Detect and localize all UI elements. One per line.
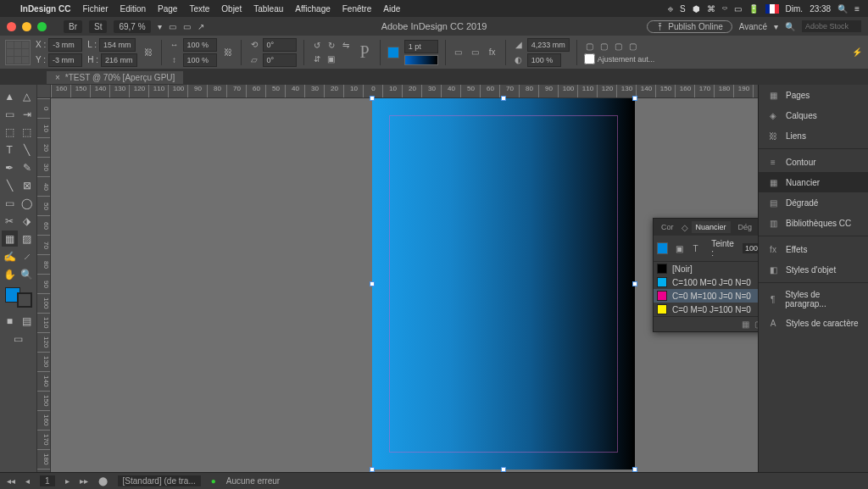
- battery-icon[interactable]: 🔋: [748, 4, 759, 14]
- ruler-horizontal[interactable]: 1601501401301201101009080706050403020100…: [51, 85, 758, 98]
- panel-calques[interactable]: ◈Calques: [759, 105, 868, 125]
- panel-degrade[interactable]: ▤Dégradé: [759, 192, 868, 213]
- panel-styles-para[interactable]: ¶Styles de paragrap...: [759, 286, 868, 313]
- apply-gradient[interactable]: ▤: [19, 313, 36, 329]
- flag-fr-icon[interactable]: [765, 4, 779, 14]
- paragraph-icon[interactable]: P: [357, 42, 373, 62]
- close-tab-icon[interactable]: ×: [55, 73, 60, 82]
- publish-online-button[interactable]: ⭱ Publish Online: [647, 20, 732, 33]
- bridge-button[interactable]: Br: [64, 20, 82, 33]
- menu-tableau[interactable]: Tableau: [253, 4, 283, 14]
- page-nav-next[interactable]: ▸▸: [80, 476, 88, 486]
- minimize-window[interactable]: [22, 22, 31, 31]
- swatch-type-icon[interactable]: ▣: [673, 242, 684, 254]
- screen-mode[interactable]: ▭: [2, 331, 35, 347]
- page-tool[interactable]: ▭: [2, 106, 18, 122]
- corner-radius-field[interactable]: 4,233 mm: [527, 38, 570, 52]
- menu-edition[interactable]: Edition: [120, 4, 146, 14]
- fill-stroke-tool[interactable]: [5, 287, 32, 308]
- stock-button[interactable]: St: [89, 20, 107, 33]
- reference-point-grid[interactable]: [5, 40, 31, 65]
- y-field[interactable]: -3 mm: [48, 53, 82, 67]
- panel-pages[interactable]: ▦Pages: [759, 85, 868, 105]
- fx-icon[interactable]: fx: [487, 47, 498, 58]
- ruler-origin[interactable]: [37, 85, 51, 98]
- page-nav-prev-one[interactable]: ◂: [25, 476, 30, 486]
- shear-field[interactable]: 0°: [263, 53, 297, 67]
- frame-icon[interactable]: ▭: [453, 47, 465, 58]
- page-nav-prev[interactable]: ◂◂: [7, 476, 15, 486]
- gradient-feather-tool[interactable]: ▨: [19, 231, 36, 247]
- panel-biblio[interactable]: ▥Bibliothèques CC: [759, 213, 868, 233]
- w-field[interactable]: 154 mm: [99, 38, 136, 52]
- frame-icon[interactable]: ▭: [470, 47, 481, 58]
- zoom-tool[interactable]: 🔍: [19, 266, 36, 282]
- zoom-level[interactable]: 69,7 %: [114, 20, 150, 33]
- status-icon[interactable]: S: [680, 4, 686, 14]
- content-placer-tool[interactable]: ⬚: [19, 124, 36, 140]
- maximize-window[interactable]: [37, 22, 47, 31]
- ellipse-tool[interactable]: ◯: [19, 195, 36, 211]
- search-icon[interactable]: 🔍: [785, 22, 795, 31]
- wrap-icon[interactable]: ▢: [584, 40, 596, 52]
- link-scale-icon[interactable]: ⛓: [222, 47, 234, 58]
- menu-aide[interactable]: Aide: [383, 4, 400, 14]
- gradient-swatch-tool[interactable]: ▦: [2, 231, 18, 247]
- panel-nuancier[interactable]: ▦Nuancier: [759, 172, 868, 192]
- workspace-selector[interactable]: Avancé: [739, 22, 767, 31]
- link-dimensions-icon[interactable]: ⛓: [142, 47, 154, 58]
- scale-x-field[interactable]: 100 %: [183, 38, 217, 52]
- swatch-row[interactable]: C=0 M=100 J=0 N=0⊠ ▦: [654, 289, 758, 303]
- scissors-tool[interactable]: ✂: [2, 213, 18, 229]
- opacity-field[interactable]: 100 %: [527, 53, 561, 67]
- ruler-vertical[interactable]: 0102030405060708090100110120130140150160…: [37, 98, 51, 472]
- current-fill-swatch[interactable]: [657, 242, 668, 254]
- swatches-panel[interactable]: Cor ◇ Nuancier Dég Bibl » ≡ ▣ T Teinte :…: [653, 218, 758, 332]
- stroke-weight-field[interactable]: 1 pt: [404, 40, 438, 53]
- view-toggle-icon[interactable]: ▭: [183, 22, 191, 31]
- zoom-dropdown-icon[interactable]: ▾: [158, 22, 162, 31]
- menu-affichage[interactable]: Affichage: [295, 4, 331, 14]
- panel-tab-nuancier[interactable]: Nuancier: [692, 221, 731, 233]
- flip-v-icon[interactable]: ⇵: [311, 53, 323, 65]
- canvas-area[interactable]: 1601501401301201101009080706050403020100…: [37, 85, 758, 472]
- menu-fichier[interactable]: Fichier: [82, 4, 108, 14]
- align-icon[interactable]: ▣: [326, 53, 337, 65]
- stroke-style-field[interactable]: [404, 55, 438, 65]
- status-icon[interactable]: ⎆: [668, 4, 673, 14]
- swatch-text-icon[interactable]: T: [690, 242, 701, 254]
- arrange-icon[interactable]: ↗: [198, 22, 204, 31]
- panel-styles-char[interactable]: AStyles de caractère: [759, 313, 868, 333]
- rotate-cw-icon[interactable]: ↻: [326, 40, 337, 52]
- selection-tool[interactable]: ▲: [2, 88, 18, 104]
- new-folder-icon[interactable]: ▢: [754, 320, 758, 329]
- swatch-row[interactable]: C=0 M=0 J=100 N=0⊠ ▦: [654, 303, 758, 316]
- flyout-icon[interactable]: ⚡: [851, 47, 863, 58]
- line-tool[interactable]: ╲: [2, 177, 18, 193]
- apply-color[interactable]: ■: [2, 313, 18, 329]
- rotate-field[interactable]: 0°: [263, 38, 297, 52]
- type-path-tool[interactable]: ╲: [19, 142, 36, 158]
- wrap-icon[interactable]: ▢: [613, 40, 625, 52]
- panel-tab-degrade[interactable]: Dég: [734, 221, 757, 233]
- preflight-profile[interactable]: [Standard] (de tra...: [118, 475, 201, 486]
- pencil-tool[interactable]: ✎: [19, 159, 36, 175]
- pen-tool[interactable]: ✒: [2, 159, 18, 175]
- page-number-field[interactable]: 1: [40, 475, 55, 486]
- fill-swatch[interactable]: [387, 47, 399, 58]
- close-window[interactable]: [7, 22, 16, 31]
- h-field[interactable]: 216 mm: [101, 53, 137, 67]
- gap-tool[interactable]: ⇥: [19, 106, 36, 122]
- menu-objet[interactable]: Objet: [221, 4, 242, 14]
- direct-selection-tool[interactable]: △: [19, 88, 36, 104]
- teinte-field[interactable]: 100: [743, 243, 758, 253]
- menu-page[interactable]: Page: [158, 4, 177, 14]
- view-toggle-icon[interactable]: ▭: [169, 22, 176, 31]
- x-field[interactable]: -3 mm: [48, 38, 82, 52]
- page-artboard[interactable]: [372, 98, 635, 470]
- menu-fenetre[interactable]: Fenêtre: [342, 4, 371, 14]
- notification-icon[interactable]: ≡: [854, 4, 860, 14]
- type-tool[interactable]: T: [2, 142, 18, 158]
- note-tool[interactable]: ✍: [2, 248, 18, 264]
- menu-texte[interactable]: Texte: [189, 4, 209, 14]
